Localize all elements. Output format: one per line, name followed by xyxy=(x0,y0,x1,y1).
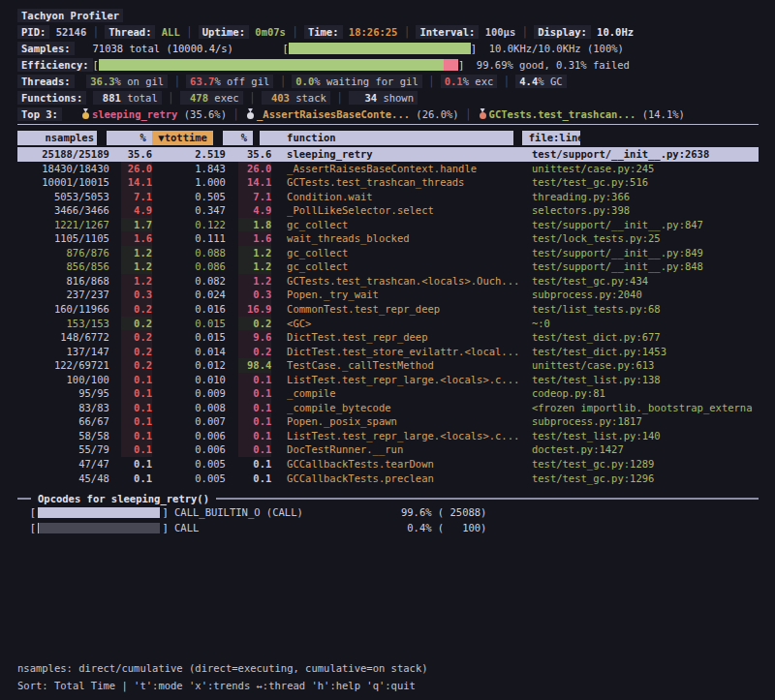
opcode-bar-fill xyxy=(38,523,39,533)
footer-legend: nsamples: direct/cumulative (direct=exec… xyxy=(17,659,428,677)
table-row[interactable]: 5053/50537.10.5057.1Condition.waitthread… xyxy=(17,190,759,204)
function-cell: ListTest.test_repr_large.<locals>.c... xyxy=(287,373,522,387)
table-row[interactable]: 10001/1001514.11.00014.1GCTests.test_tra… xyxy=(17,175,759,190)
table-row[interactable]: 876/8761.20.0881.2gc_collecttest/support… xyxy=(17,246,759,260)
tottime-cell: 2.519 xyxy=(165,147,226,162)
table-row[interactable]: 1221/12671.70.1221.8gc_collecttest/suppo… xyxy=(17,218,759,232)
threads-label: Threads: xyxy=(17,75,75,88)
table-row[interactable]: 47/470.10.0050.1GCCallbackTests.tearDown… xyxy=(17,457,759,472)
pct-tottime-cell: 0.2 xyxy=(238,317,272,331)
pct-tottime-cell: 0.3 xyxy=(238,288,272,302)
top-function-name: GCTests.test_trashcan... xyxy=(489,108,636,120)
function-cell: DocTestRunner.__run xyxy=(287,442,522,457)
table-row[interactable]: 58/580.10.0060.1ListTest.test_repr_large… xyxy=(17,429,759,443)
samples-rate-bar xyxy=(289,43,471,54)
table-body: 25188/2518935.62.51935.6sleeping_retryte… xyxy=(17,147,759,485)
pct-tottime-cell: 1.2 xyxy=(238,246,272,260)
nsamples-cell: 45/48 xyxy=(17,472,109,486)
table-row[interactable]: 137/1470.20.0140.2DictTest.test_store_ev… xyxy=(17,345,759,359)
pct-direct-cell: 7.1 xyxy=(121,190,152,204)
stat-chip: 403 stack xyxy=(262,91,330,105)
table-row[interactable]: 3466/34664.90.3474.9_PollLikeSelector.se… xyxy=(17,203,759,218)
divider: │ xyxy=(86,26,105,38)
column-header-nsamples[interactable]: nsamples xyxy=(17,131,97,145)
table-row[interactable]: 66/670.10.0070.1Popen._posix_spawnsubpro… xyxy=(17,414,759,429)
table-row[interactable]: 856/8561.20.0861.2gc_collecttest/support… xyxy=(17,259,759,274)
column-header-file-line[interactable]: file:line xyxy=(522,131,580,145)
pct-direct-cell: 0.1 xyxy=(121,401,152,415)
tottime-cell: 0.014 xyxy=(165,345,226,359)
pct-tottime-cell: 0.1 xyxy=(238,429,272,443)
pct-tottime-cell: 0.1 xyxy=(238,386,272,401)
table-row[interactable]: 816/8681.20.0821.2GCTests.test_trashcan.… xyxy=(17,274,759,289)
table-row[interactable]: 122/697210.20.01298.4TestCase._callTestM… xyxy=(17,358,759,373)
file-line-cell: test/support/__init__.py:849 xyxy=(532,246,759,260)
pct-tottime-cell: 26.0 xyxy=(238,162,272,176)
table-row[interactable]: 237/2370.30.0240.3Popen._try_waitsubproc… xyxy=(17,288,759,302)
samples-rate-text xyxy=(477,43,489,54)
divider xyxy=(62,108,80,120)
column-header-pct-direct[interactable]: % xyxy=(107,131,152,145)
pct-tottime-cell: 0.1 xyxy=(238,401,272,415)
status-segment: Display: 10.0Hz xyxy=(534,25,634,39)
function-cell: DictTest.test_repr_deep xyxy=(287,330,522,345)
separator-dash xyxy=(17,498,31,500)
table-row[interactable]: 100/1000.10.0100.1ListTest.test_repr_lar… xyxy=(17,373,759,387)
file-line-cell: test/support/__init__.py:847 xyxy=(532,218,759,232)
tottime-cell: 0.082 xyxy=(165,274,226,289)
top-function-name: sleeping_retry xyxy=(92,108,178,120)
table-row[interactable]: 95/950.10.0090.1_compilecodeop.py:81 xyxy=(17,386,759,401)
table-row[interactable]: 1105/11051.60.1111.6wait_threads_blocked… xyxy=(17,231,759,246)
stat-desc: waiting for gil xyxy=(326,76,418,87)
bar-open-bracket: [ xyxy=(30,505,36,521)
nsamples-cell: 55/79 xyxy=(17,442,109,457)
pct-direct-cell: 14.1 xyxy=(121,175,152,190)
tottime-cell: 0.088 xyxy=(165,246,226,260)
efficiency-line: Efficiency:[] 99.69% good, 0.31% failed xyxy=(17,57,759,74)
divider: │ xyxy=(397,26,416,38)
top-function-name: _AssertRaisesBaseConte... xyxy=(257,108,410,120)
table-row[interactable]: 160/119660.20.01616.9CommonTest.test_rep… xyxy=(17,302,759,317)
divider: │ xyxy=(330,92,349,104)
samples-value: 71038 total (10000.4/s) xyxy=(75,41,283,57)
tottime-cell: 0.006 xyxy=(165,442,226,457)
nsamples-cell: 876/876 xyxy=(17,246,109,260)
tottime-cell: 0.010 xyxy=(165,373,226,387)
column-header-tottime[interactable]: ▼tottime xyxy=(152,131,213,145)
stat-value: 4.4 xyxy=(519,76,538,87)
opcode-row: []CALL_BUILTIN_O (CALL)99.6% ( 25088) xyxy=(17,505,759,521)
table-row[interactable]: 153/1530.20.0150.2<GC>~:0 xyxy=(17,317,759,331)
file-line-cell: test/test_gc.py:1289 xyxy=(532,457,759,472)
table-row[interactable]: 55/790.10.0060.1DocTestRunner.__rundocte… xyxy=(17,442,759,457)
opcodes-heading: Opcodes for sleeping_retry() xyxy=(31,493,216,504)
pct-tottime-cell: 0.1 xyxy=(238,472,272,486)
pct-direct-cell: 0.2 xyxy=(121,317,152,331)
pct-tottime-cell: 9.6 xyxy=(238,330,272,345)
function-cell: TestCase._callTestMethod xyxy=(287,358,522,373)
nsamples-cell: 856/856 xyxy=(17,259,109,274)
function-cell: GCTests.test_trashcan.<locals>.Ouch... xyxy=(287,274,522,289)
pct-direct-cell: 0.1 xyxy=(121,414,152,429)
pct-tottime-cell: 1.8 xyxy=(238,218,272,232)
table-row[interactable]: 18430/1843026.01.84326.0_AssertRaisesBas… xyxy=(17,162,759,176)
opcode-stats: 0.4% ( 100) xyxy=(401,521,487,536)
column-header-function[interactable]: function xyxy=(260,131,513,145)
column-header-pct-tottime[interactable]: % xyxy=(223,131,254,145)
bar-close-bracket: ] xyxy=(162,505,168,521)
table-row[interactable]: 45/480.10.0050.1GCCallbackTests.preclean… xyxy=(17,472,759,486)
function-cell: Condition.wait xyxy=(287,190,522,204)
opcode-bar xyxy=(38,507,160,518)
table-row[interactable]: 25188/2518935.62.51935.6sleeping_retryte… xyxy=(17,147,759,162)
tottime-cell: 1.843 xyxy=(165,162,226,176)
divider: │ xyxy=(497,76,515,87)
stat-value: 478 xyxy=(184,90,208,107)
file-line-cell: selectors.py:398 xyxy=(532,203,759,218)
pct-tottime-cell: 7.1 xyxy=(238,190,272,204)
nsamples-cell: 160/11966 xyxy=(17,302,109,317)
file-line-cell: test/support/__init__.py:848 xyxy=(532,259,759,274)
nsamples-cell: 148/6772 xyxy=(17,330,109,345)
table-row[interactable]: 148/67720.20.0159.6DictTest.test_repr_de… xyxy=(17,330,759,345)
divider: │ xyxy=(180,26,199,38)
table-row[interactable]: 83/830.10.0080.1_compile_bytecode<frozen… xyxy=(17,401,759,415)
file-line-cell: test/list_tests.py:68 xyxy=(532,302,759,317)
